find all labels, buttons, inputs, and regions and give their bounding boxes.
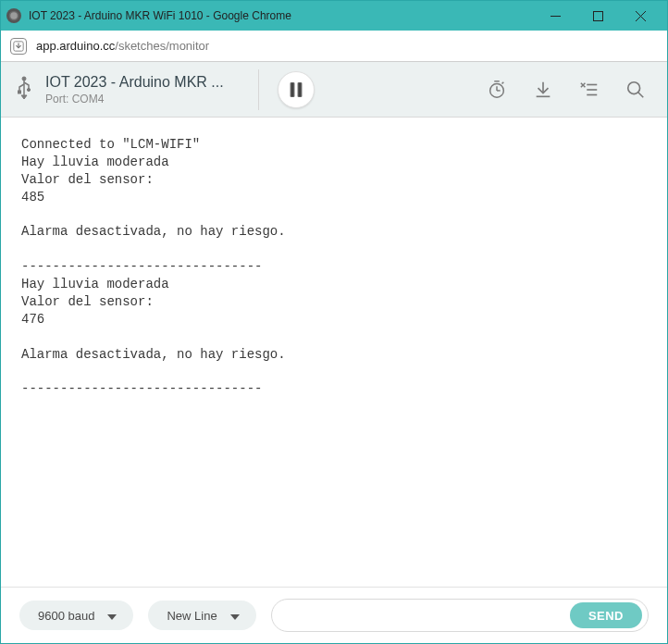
maximize-button[interactable] <box>576 1 619 31</box>
svg-marker-29 <box>107 614 117 620</box>
serial-monitor-output[interactable]: Connected to "LCM-WIFI" Hay lluvia moder… <box>1 118 667 587</box>
window-title: IOT 2023 - Arduino MKR WiFi 1010 - Googl… <box>29 9 534 22</box>
send-input[interactable] <box>289 608 563 623</box>
svg-line-28 <box>638 92 644 97</box>
titlebar: IOT 2023 - Arduino MKR WiFi 1010 - Googl… <box>1 1 667 31</box>
baud-label: 9600 baud <box>38 609 94 623</box>
sketch-name: IOT 2023 - Arduino MKR ... <box>45 74 240 91</box>
toolbar-separator <box>258 69 259 110</box>
line-ending-label: New Line <box>167 609 216 623</box>
caret-down-icon <box>230 609 240 623</box>
pause-button[interactable] <box>278 71 315 108</box>
send-button[interactable]: SEND <box>570 602 642 628</box>
line-ending-select[interactable]: New Line <box>148 601 255 630</box>
send-label: SEND <box>588 609 624 623</box>
svg-point-27 <box>628 81 640 93</box>
sketch-title-block[interactable]: IOT 2023 - Arduino MKR ... Port: COM4 <box>45 74 240 105</box>
minimize-button[interactable] <box>534 1 576 31</box>
svg-rect-14 <box>298 82 302 97</box>
baud-select[interactable]: 9600 baud <box>19 601 133 630</box>
chrome-window: IOT 2023 - Arduino MKR WiFi 1010 - Googl… <box>0 0 668 644</box>
page-favicon <box>6 8 21 23</box>
close-button[interactable] <box>619 1 662 31</box>
download-button[interactable] <box>526 80 560 100</box>
monitor-toolbar: IOT 2023 - Arduino MKR ... Port: COM4 <box>1 62 667 118</box>
caret-down-icon <box>107 609 117 623</box>
timestamp-button[interactable] <box>480 80 513 100</box>
app-install-icon[interactable] <box>10 38 27 55</box>
monitor-footer: 9600 baud New Line SEND <box>1 587 667 643</box>
clear-button[interactable] <box>573 80 606 100</box>
send-input-container[interactable]: SEND <box>271 599 649 632</box>
port-label: Port: COM4 <box>45 93 240 105</box>
url-text[interactable]: app.arduino.cc/sketches/monitor <box>36 39 209 53</box>
svg-point-1 <box>10 12 18 19</box>
svg-rect-10 <box>19 91 21 93</box>
svg-marker-30 <box>230 614 240 620</box>
svg-marker-12 <box>21 95 27 99</box>
search-button[interactable] <box>619 80 652 100</box>
address-bar[interactable]: app.arduino.cc/sketches/monitor <box>1 31 667 62</box>
url-host: app.arduino.cc <box>36 39 115 53</box>
svg-rect-13 <box>291 82 294 97</box>
svg-point-11 <box>27 88 30 91</box>
usb-icon <box>16 75 32 104</box>
svg-rect-3 <box>593 11 602 20</box>
url-path: /sketches/monitor <box>115 39 209 53</box>
svg-line-19 <box>502 81 504 83</box>
